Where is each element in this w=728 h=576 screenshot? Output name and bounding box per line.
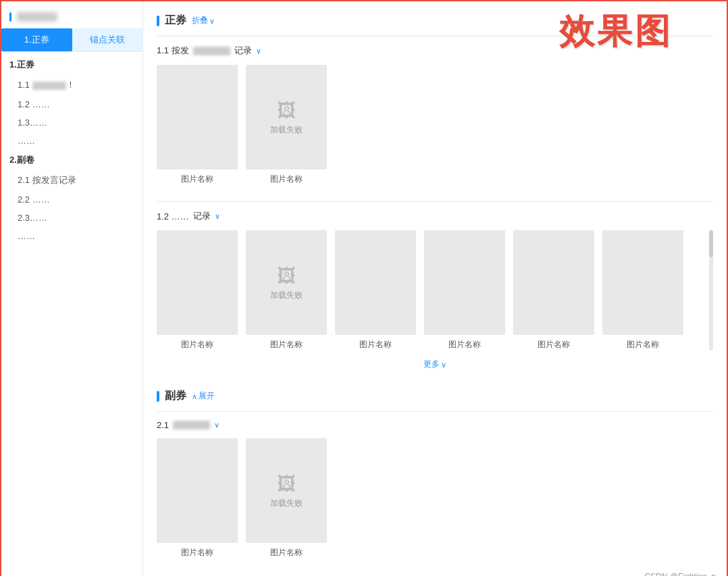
- more-chevron: [441, 360, 446, 369]
- sidebar-item-2-2[interactable]: 2.2 ……: [1, 190, 142, 209]
- image-thumb-empty[interactable]: [157, 230, 238, 335]
- subsection-1-1-suffix: 记录: [234, 45, 252, 57]
- image-card: 图片名称: [602, 230, 683, 350]
- subsection-1-2-scroll-area: 图片名称 🖼 加载失败 图片名称 图片名称: [157, 230, 713, 350]
- image-thumb-empty[interactable]: [335, 230, 416, 335]
- sidebar-item-1-1[interactable]: 1.1 ！: [1, 75, 142, 95]
- image-thumb-empty[interactable]: [424, 230, 505, 335]
- image-card: 图片名称: [513, 230, 594, 350]
- section2-title: 副券: [157, 389, 186, 403]
- subsection-1-1-blur: [193, 47, 230, 55]
- section2-chevron: [192, 392, 197, 401]
- subsection-2-1: 2.1 图片名称 🖼 加载失败 图片名称: [157, 411, 713, 558]
- subsection-1-2: 1.2 ……记录 图片名称 🖼 加载失败: [157, 201, 713, 373]
- subsection-1-2-title: 1.2 ……: [157, 211, 189, 221]
- footer-watermark: CSDN @Fighting_p: [644, 572, 716, 576]
- sidebar-title: [1, 8, 142, 28]
- section1-chevron: [209, 16, 215, 26]
- section2-header: 副券 展开: [157, 389, 713, 403]
- effect-label: 效果图: [559, 8, 673, 55]
- image-name: 图片名称: [270, 174, 303, 185]
- broken-image-icon: 🖼: [277, 265, 296, 287]
- image-card: 🖼 加载失败 图片名称: [246, 438, 327, 558]
- section1-title: 正券: [157, 14, 186, 28]
- image-name: 图片名称: [359, 339, 392, 350]
- subsection-1-1: 1.1 按发记录 图片名称 🖼 加载失败 图片名称: [157, 36, 713, 185]
- image-thumb-empty[interactable]: [602, 230, 683, 335]
- more-button[interactable]: 更多: [415, 356, 454, 373]
- image-card: 🖼 加载失败 图片名称: [246, 65, 327, 185]
- sidebar-title-blur: [17, 12, 57, 22]
- main-content: 正券 折叠 1.1 按发记录 图片名称 🖼: [143, 1, 727, 576]
- image-name: 图片名称: [181, 174, 213, 185]
- sidebar-item-1-1-blur: [32, 82, 66, 90]
- image-grid-2-1: 图片名称 🖼 加载失败 图片名称: [157, 438, 713, 558]
- fail-text: 加载失败: [270, 124, 303, 136]
- image-name: 图片名称: [448, 339, 481, 350]
- fail-text: 加载失败: [270, 290, 303, 301]
- subsection-1-2-header: 1.2 ……记录: [157, 210, 713, 222]
- image-card: 图片名称: [335, 230, 416, 350]
- image-card: 图片名称: [157, 65, 238, 185]
- sidebar-item-2-more[interactable]: ……: [1, 227, 142, 245]
- fail-text: 加载失败: [270, 498, 303, 509]
- image-name: 图片名称: [627, 339, 659, 350]
- sidebar-tab-zhengquan[interactable]: 1.正券: [1, 28, 72, 51]
- subsection-1-2-suffix: 记录: [193, 210, 211, 222]
- scroll-bar[interactable]: [709, 230, 713, 350]
- sidebar-item-1-3[interactable]: 1.3……: [1, 113, 142, 132]
- image-thumb-empty[interactable]: [157, 438, 238, 543]
- section2-toggle-label: 展开: [199, 390, 215, 402]
- scroll-thumb[interactable]: [709, 230, 713, 257]
- broken-image-icon: 🖼: [277, 99, 296, 122]
- image-thumb-empty[interactable]: [513, 230, 594, 335]
- sidebar-section-1[interactable]: 1.正券: [1, 55, 142, 75]
- subsection-1-1-chevron[interactable]: [256, 47, 261, 55]
- subsection-1-1-prefix: 1.1 按发: [157, 45, 189, 57]
- image-thumb-failed[interactable]: 🖼 加载失败: [246, 230, 327, 335]
- subsection-1-2-chevron[interactable]: [215, 212, 220, 221]
- sidebar-item-2-3[interactable]: 2.3……: [1, 209, 142, 227]
- subsection-2-1-chevron[interactable]: [214, 421, 219, 429]
- image-name: 图片名称: [270, 339, 303, 350]
- image-name: 图片名称: [538, 339, 570, 350]
- sidebar-tab-row: 1.正券 锚点关联: [1, 28, 142, 52]
- image-name: 图片名称: [270, 547, 303, 558]
- more-row: 更多: [157, 356, 713, 373]
- subsection-2-1-blur: [173, 421, 210, 429]
- section2-toggle[interactable]: 展开: [192, 390, 215, 402]
- sidebar-item-1-more[interactable]: ……: [1, 132, 142, 150]
- sidebar-item-2-1[interactable]: 2.1 按发言记录: [1, 170, 142, 190]
- subsection-2-1-prefix: 2.1: [157, 420, 169, 430]
- sidebar-item-1-2[interactable]: 1.2 ……: [1, 95, 142, 113]
- broken-image-icon: 🖼: [277, 473, 296, 495]
- image-thumb-failed[interactable]: 🖼 加载失败: [246, 438, 327, 543]
- sidebar-tab-anchor[interactable]: 锚点关联: [72, 28, 143, 51]
- image-thumb-empty[interactable]: [157, 65, 238, 169]
- image-card: 图片名称: [157, 438, 238, 558]
- section1-toggle-label: 折叠: [192, 15, 208, 26]
- more-label: 更多: [423, 359, 440, 370]
- subsection-2-1-header: 2.1: [157, 420, 713, 430]
- image-thumb-failed[interactable]: 🖼 加载失败: [246, 65, 327, 169]
- sidebar-section-2[interactable]: 2.副卷: [1, 150, 142, 170]
- image-grid-1-2: 图片名称 🖼 加载失败 图片名称 图片名称: [157, 230, 713, 350]
- sidebar: 1.正券 锚点关联 1.正券 1.1 ！ 1.2 …… 1.3…… …… 2.副…: [1, 1, 143, 576]
- image-card: 🖼 加载失败 图片名称: [246, 230, 327, 350]
- image-card: 图片名称: [157, 230, 238, 350]
- image-name: 图片名称: [181, 339, 213, 350]
- image-card: 图片名称: [424, 230, 505, 350]
- section1-toggle[interactable]: 折叠: [192, 15, 215, 26]
- image-name: 图片名称: [181, 547, 213, 558]
- image-grid-1-1: 图片名称 🖼 加载失败 图片名称: [157, 65, 713, 185]
